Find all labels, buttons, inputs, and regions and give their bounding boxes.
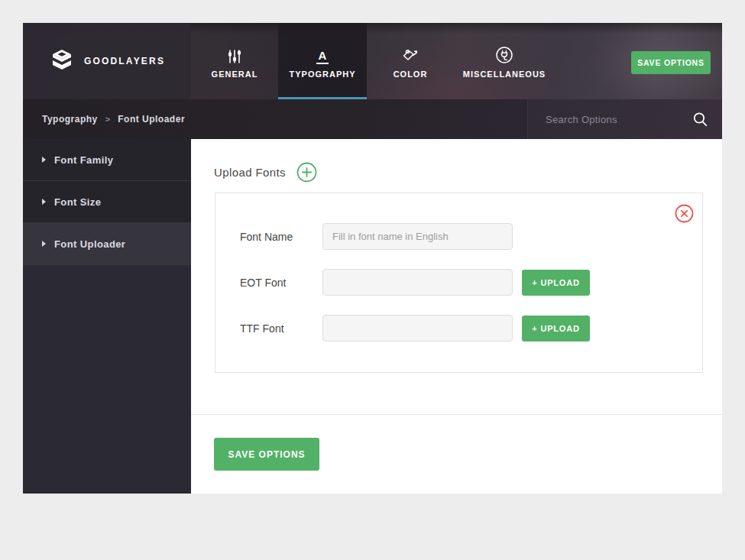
caret-right-icon — [42, 157, 46, 163]
eot-font-row: EOT Font + UPLOAD — [240, 269, 702, 296]
tab-miscellaneous-label: MISCELLANEOUS — [463, 70, 546, 79]
ttf-font-input[interactable] — [322, 315, 513, 342]
sliders-icon — [226, 44, 243, 64]
font-upload-card: Font Name EOT Font + UPLOAD TTF Font + U… — [215, 193, 703, 373]
tab-color[interactable]: COLOR — [367, 23, 454, 99]
caret-right-icon — [42, 241, 46, 247]
theme-options-window: GOODLAYERS GENERAL A TYPOGRAPHY — [23, 23, 722, 494]
eot-upload-button[interactable]: + UPLOAD — [522, 270, 590, 296]
caret-right-icon — [42, 199, 46, 205]
breadcrumb-bar: Typography > Font Uploader — [23, 99, 722, 139]
ttf-font-label: TTF Font — [240, 322, 322, 335]
ttf-font-row: TTF Font + UPLOAD — [240, 315, 702, 342]
breadcrumb-separator: > — [105, 115, 110, 124]
eot-font-label: EOT Font — [240, 277, 322, 289]
tab-color-label: COLOR — [394, 70, 428, 79]
font-name-row: Font Name — [240, 223, 702, 250]
breadcrumb-page[interactable]: Font Uploader — [118, 114, 185, 125]
sidebar-item-font-family[interactable]: Font Family — [23, 139, 191, 181]
font-name-label: Font Name — [240, 231, 322, 243]
close-circle-icon[interactable] — [675, 204, 694, 223]
ttf-upload-button[interactable]: + UPLOAD — [522, 316, 590, 342]
eot-font-input[interactable] — [322, 269, 513, 296]
goodlayers-cube-icon — [49, 49, 75, 73]
tab-typography-label: TYPOGRAPHY — [289, 70, 355, 79]
plug-icon — [495, 44, 513, 64]
search-region — [527, 99, 722, 139]
save-options-button-top[interactable]: SAVE OPTIONS — [631, 51, 711, 74]
save-options-button-bottom[interactable]: SAVE OPTIONS — [214, 438, 319, 471]
breadcrumb-section[interactable]: Typography — [42, 114, 98, 125]
paint-bucket-icon — [401, 44, 419, 64]
tab-typography[interactable]: A TYPOGRAPHY — [278, 23, 367, 99]
brand-name: GOODLAYERS — [84, 56, 165, 66]
brand-logo[interactable]: GOODLAYERS — [23, 23, 191, 99]
tab-general-label: GENERAL — [212, 70, 258, 79]
tab-miscellaneous[interactable]: MISCELLANEOUS — [454, 23, 555, 99]
tab-general[interactable]: GENERAL — [191, 23, 278, 99]
sidebar-item-font-uploader[interactable]: Font Uploader — [23, 223, 191, 265]
typography-a-icon: A — [316, 44, 329, 64]
top-nav-bar: GOODLAYERS GENERAL A TYPOGRAPHY — [23, 23, 722, 99]
sidebar-item-font-size[interactable]: Font Size — [23, 181, 191, 223]
content-divider — [191, 414, 722, 415]
search-input[interactable] — [546, 114, 692, 125]
sidebar: Font Family Font Size Font Uploader — [23, 139, 191, 494]
content-panel: Upload Fonts — [191, 139, 722, 494]
search-icon[interactable] — [692, 112, 708, 128]
plus-circle-icon[interactable] — [296, 162, 317, 183]
section-title: Upload Fonts — [214, 166, 286, 179]
font-name-input[interactable] — [322, 223, 513, 250]
